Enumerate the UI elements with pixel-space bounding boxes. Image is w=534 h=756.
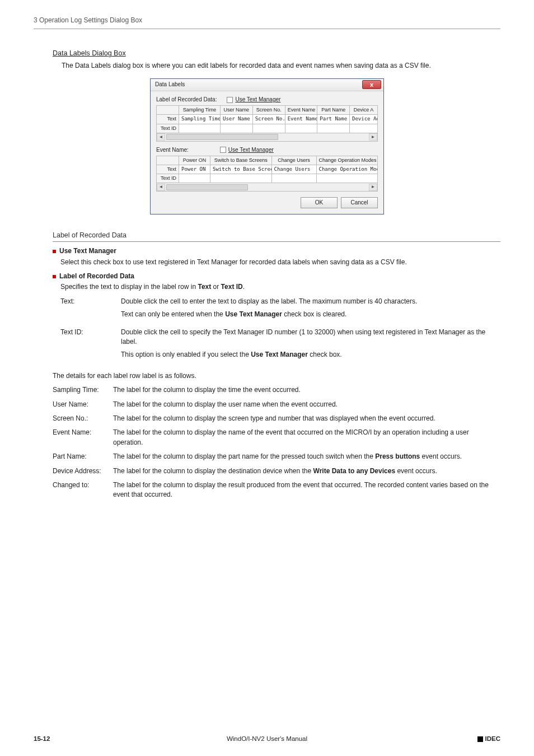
bullet-icon [53, 275, 56, 278]
table-cell[interactable]: Event Name [285, 115, 317, 124]
table-header-cell: Switch to Base Screens [210, 156, 272, 165]
event-name-table[interactable]: Power ON Switch to Base Screens Change U… [156, 156, 378, 183]
dialog-titlebar: Data Labels x [151, 79, 383, 91]
row-header: Text [157, 165, 179, 174]
table-header-row: Power ON Switch to Base Screens Change U… [157, 156, 378, 165]
use-text-manager-label-1: Use Text Manager [235, 96, 280, 104]
bullet-icon [53, 250, 56, 253]
def-term-screen: Screen No.: [53, 414, 113, 423]
h-scrollbar-1[interactable]: ◄ ► [156, 133, 378, 142]
table-header-cell: Power ON [179, 156, 210, 165]
close-button[interactable]: x [362, 80, 381, 89]
use-text-manager-check-1[interactable]: Use Text Manager [227, 96, 280, 104]
table-cell[interactable]: Change Users [271, 165, 316, 174]
table-cell[interactable] [221, 124, 253, 133]
table-header-cell: Sampling Time [179, 106, 221, 115]
table-cell[interactable] [179, 174, 210, 183]
table-cell[interactable] [317, 124, 350, 133]
table-cell[interactable] [285, 124, 317, 133]
table-header-cell: Change Users [271, 156, 316, 165]
def-term-device: Device Address: [53, 466, 113, 476]
def-term-changed: Changed to: [53, 480, 113, 500]
table-cell[interactable] [271, 174, 316, 183]
data-labels-dialog: Data Labels x Label of Recorded Data: Us… [150, 78, 384, 214]
scroll-right-icon[interactable]: ► [369, 133, 377, 141]
def-body: The label for the column to display the … [113, 466, 500, 476]
checkbox-icon [227, 97, 233, 103]
row-header: Text ID [157, 174, 179, 183]
use-text-manager-check-2[interactable]: Use Text Manager [220, 146, 274, 155]
bullet-title-use-text-manager: Use Text Manager [59, 246, 116, 256]
def-body: Double click the cell to specify the Tex… [121, 328, 500, 363]
table-header-cell: Part Name [317, 106, 350, 115]
h-scrollbar-2[interactable]: ◄ ► [156, 183, 378, 192]
footer-center: WindO/I-NV2 User's Manual [34, 734, 500, 744]
use-text-manager-label-2: Use Text Manager [228, 146, 274, 155]
table-header-cell: Change Operation Modes [316, 156, 378, 165]
row-header: Text [157, 115, 179, 124]
row-header: Text ID [157, 124, 179, 133]
def-body: Double click the cell to enter the text … [121, 297, 500, 323]
def-body: The label for the column to display the … [113, 480, 500, 500]
table-row[interactable]: Text Sampling Time User Name Screen No. … [157, 115, 378, 124]
table-cell[interactable] [350, 124, 378, 133]
table-cell[interactable] [252, 124, 285, 133]
table-header-cell [157, 156, 179, 165]
page-footer: 15-12 WindO/I-NV2 User's Manual IDEC [34, 734, 500, 744]
table-header-row: Sampling Time User Name Screen No. Event… [157, 106, 378, 115]
section-title: Data Labels Dialog Box [53, 48, 500, 58]
scroll-left-icon[interactable]: ◄ [157, 133, 165, 141]
table-cell[interactable]: Sampling Time [179, 115, 221, 124]
table-header-cell: User Name [221, 106, 253, 115]
table-cell[interactable]: Part Name [317, 115, 350, 124]
table-row[interactable]: Text Power ON Switch to Base Screens Cha… [157, 165, 378, 174]
table-header-cell [157, 106, 179, 115]
bullet-body: Specifies the text to display in the lab… [60, 282, 500, 292]
table-header-cell: Device A [350, 106, 378, 115]
sub-heading: Label of Recorded Data [53, 230, 500, 242]
scroll-right-icon[interactable]: ► [369, 184, 377, 191]
intro-paragraph: The Data Labels dialog box is where you … [62, 61, 500, 71]
def-body: The label for the column to display the … [113, 385, 500, 395]
table-cell[interactable]: Power ON [179, 165, 210, 174]
table-row[interactable]: Text ID [157, 124, 378, 133]
group1-label: Label of Recorded Data: [156, 96, 217, 104]
def-term-event: Event Name: [53, 428, 113, 447]
dialog-title: Data Labels [155, 81, 185, 89]
bullet-title-label-recorded: Label of Recorded Data [59, 272, 134, 281]
table-cell[interactable]: Device Ad [350, 115, 378, 124]
ok-button[interactable]: OK [301, 197, 338, 208]
table-cell[interactable]: Switch to Base Screens [210, 165, 272, 174]
def-body: The label for the column to display the … [113, 414, 500, 423]
table-cell[interactable]: User Name [221, 115, 253, 124]
def-body: The label for the column to display the … [113, 452, 500, 461]
details-intro: The details for each label row label is … [53, 371, 500, 381]
def-term-textid: Text ID: [60, 328, 121, 363]
table-cell[interactable]: Change Operation Modes [316, 165, 378, 174]
def-term-sampling: Sampling Time: [53, 385, 113, 395]
table-cell[interactable] [316, 174, 378, 183]
scroll-thumb[interactable] [166, 134, 278, 140]
def-body: The label for the column to display the … [113, 428, 500, 447]
table-cell[interactable]: Screen No. [252, 115, 285, 124]
def-body: The label for the column to display the … [113, 400, 500, 409]
page-header: 3 Operation Log Settings Dialog Box [34, 16, 500, 29]
table-header-cell: Screen No. [252, 106, 285, 115]
def-term-text: Text: [60, 297, 121, 323]
scroll-thumb[interactable] [166, 184, 248, 190]
table-cell[interactable] [210, 174, 272, 183]
group2-label: Event Name: [156, 146, 189, 155]
def-term-user: User Name: [53, 400, 113, 409]
table-row[interactable]: Text ID [157, 174, 378, 183]
def-term-part: Part Name: [53, 452, 113, 461]
table-cell[interactable] [179, 124, 221, 133]
bullet-body: Select this check box to use text regist… [60, 258, 500, 267]
table-header-cell: Event Name [285, 106, 317, 115]
checkbox-icon [220, 147, 226, 153]
recorded-data-table[interactable]: Sampling Time User Name Screen No. Event… [156, 105, 378, 133]
cancel-button[interactable]: Cancel [341, 197, 378, 208]
scroll-left-icon[interactable]: ◄ [157, 184, 165, 191]
